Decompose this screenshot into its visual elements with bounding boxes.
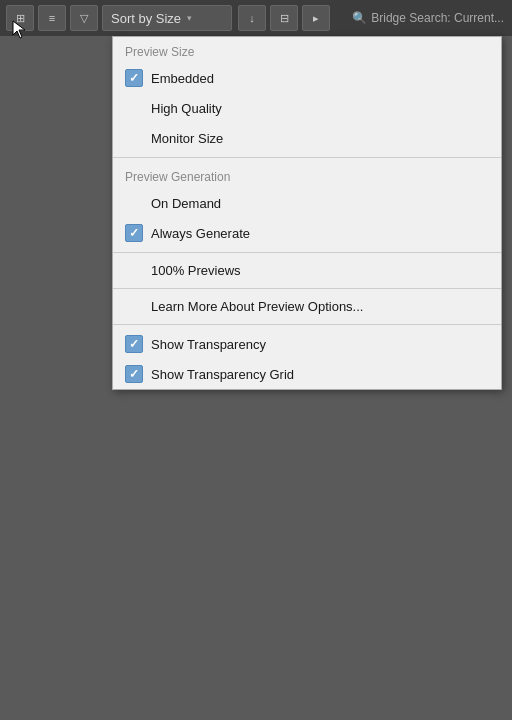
sort-dropdown[interactable]: Sort by Size ▾ <box>102 5 232 31</box>
menu-item-learn-more[interactable]: Learn More About Preview Options... <box>113 293 501 320</box>
monitor-size-checkbox <box>125 129 143 147</box>
show-transparency-grid-label: Show Transparency Grid <box>151 367 294 382</box>
on-demand-label: On Demand <box>151 196 221 211</box>
grid-icon: ⊞ <box>16 12 25 25</box>
toolbar-right-icons: ↓ ⊟ ▸ <box>238 5 330 31</box>
divider-4 <box>113 324 501 325</box>
high-quality-label: High Quality <box>151 101 222 116</box>
menu-item-show-transparency[interactable]: ✓ Show Transparency <box>113 329 501 359</box>
embedded-checkmark: ✓ <box>129 72 139 84</box>
detail-view-button[interactable]: ≡ <box>38 5 66 31</box>
show-transparency-checkbox: ✓ <box>125 335 143 353</box>
monitor-size-label: Monitor Size <box>151 131 223 146</box>
divider-1 <box>113 157 501 158</box>
embedded-label: Embedded <box>151 71 214 86</box>
sort-arrow-icon: ▾ <box>187 13 192 23</box>
grid-view-button[interactable]: ⊞ <box>6 5 34 31</box>
menu-item-monitor-size[interactable]: Monitor Size <box>113 123 501 153</box>
search-bar[interactable]: 🔍 Bridge Search: Current... <box>344 0 512 36</box>
main-toolbar: ⊞ ≡ ▽ Sort by Size ▾ ↓ ⊟ ▸ 🔍 Bridge Sear… <box>0 0 512 36</box>
always-generate-checkmark: ✓ <box>129 227 139 239</box>
menu-item-high-quality[interactable]: High Quality <box>113 93 501 123</box>
preview-dropdown-menu: Preview Size ✓ Embedded High Quality Mon… <box>112 36 502 390</box>
search-placeholder: Bridge Search: Current... <box>371 11 504 25</box>
folder-icon: ⊟ <box>280 12 289 25</box>
divider-2 <box>113 252 501 253</box>
preview-generation-header: Preview Generation <box>113 162 501 188</box>
show-transparency-grid-checkmark: ✓ <box>129 368 139 380</box>
more-icon: ▸ <box>313 12 319 25</box>
download-button[interactable]: ↓ <box>238 5 266 31</box>
divider-3 <box>113 288 501 289</box>
high-quality-checkbox <box>125 99 143 117</box>
show-transparency-label: Show Transparency <box>151 337 266 352</box>
sort-label: Sort by Size <box>111 11 181 26</box>
menu-item-embedded[interactable]: ✓ Embedded <box>113 63 501 93</box>
more-button[interactable]: ▸ <box>302 5 330 31</box>
100-previews-label: 100% Previews <box>151 263 241 278</box>
funnel-icon: ▽ <box>80 12 88 25</box>
always-generate-label: Always Generate <box>151 226 250 241</box>
always-generate-checkbox: ✓ <box>125 224 143 242</box>
detail-icon: ≡ <box>49 12 55 24</box>
menu-item-on-demand[interactable]: On Demand <box>113 188 501 218</box>
menu-item-100-previews[interactable]: 100% Previews <box>113 257 501 284</box>
show-transparency-checkmark: ✓ <box>129 338 139 350</box>
folder-button[interactable]: ⊟ <box>270 5 298 31</box>
on-demand-checkbox <box>125 194 143 212</box>
preview-size-header: Preview Size <box>113 37 501 63</box>
menu-item-show-transparency-grid[interactable]: ✓ Show Transparency Grid <box>113 359 501 389</box>
filter-button[interactable]: ▽ <box>70 5 98 31</box>
search-icon: 🔍 <box>352 11 367 25</box>
down-arrow-icon: ↓ <box>249 12 255 24</box>
menu-item-always-generate[interactable]: ✓ Always Generate <box>113 218 501 248</box>
learn-more-label: Learn More About Preview Options... <box>151 299 363 314</box>
embedded-checkbox: ✓ <box>125 69 143 87</box>
show-transparency-grid-checkbox: ✓ <box>125 365 143 383</box>
